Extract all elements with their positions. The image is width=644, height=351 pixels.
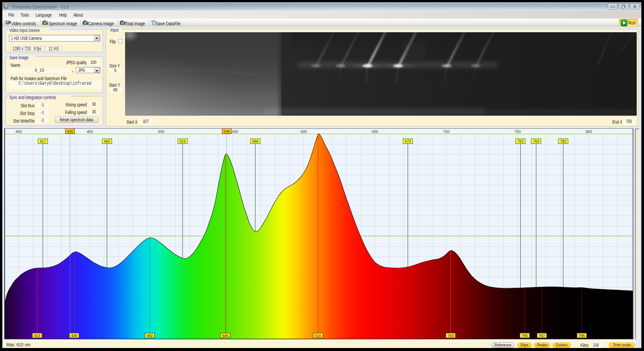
- svg-text:782: 782: [560, 139, 566, 143]
- svg-text:767: 767: [539, 334, 545, 338]
- svg-text:545: 545: [222, 334, 228, 338]
- svg-text:492: 492: [147, 334, 153, 338]
- svg-text:650: 650: [372, 130, 378, 134]
- svg-text:436: 436: [67, 129, 73, 133]
- svg-text:413: 413: [34, 334, 40, 338]
- svg-text:600: 600: [301, 130, 307, 134]
- svg-text:550: 550: [232, 130, 238, 134]
- svg-text:673: 673: [405, 139, 411, 143]
- svg-text:450: 450: [87, 130, 93, 134]
- svg-text:795: 795: [579, 334, 585, 338]
- svg-text:800: 800: [586, 130, 592, 134]
- svg-text:752: 752: [517, 139, 523, 143]
- svg-text:755: 755: [522, 334, 528, 338]
- svg-text:439: 439: [71, 334, 77, 338]
- svg-text:566: 566: [252, 139, 258, 143]
- svg-text:763: 763: [533, 139, 539, 143]
- svg-text:500: 500: [158, 130, 164, 134]
- svg-text:546: 546: [224, 129, 230, 133]
- svg-text:462: 462: [104, 139, 110, 143]
- svg-text:610: 610: [315, 334, 321, 338]
- svg-text:400: 400: [15, 130, 22, 134]
- svg-text:515: 515: [180, 139, 186, 143]
- svg-text:700: 700: [443, 130, 449, 134]
- svg-text:417: 417: [40, 139, 46, 143]
- svg-text:703: 703: [447, 334, 453, 338]
- svg-text:750: 750: [514, 130, 521, 134]
